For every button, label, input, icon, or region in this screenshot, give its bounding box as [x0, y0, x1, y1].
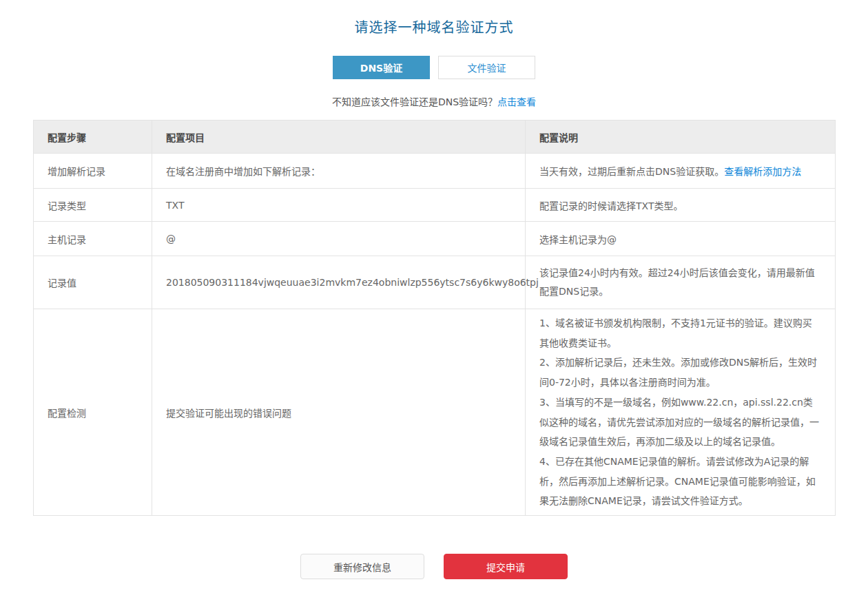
cell-item-host-record: @ — [152, 222, 526, 256]
cell-item-record-value: 201805090311184vjwqeuuae3i2mvkm7ez4obniw… — [152, 256, 526, 309]
config-check-note-1: 1、域名被证书颁发机构限制，不支持1元证书的验证。建议购买其他收费类证书。 — [539, 313, 821, 353]
submit-application-button[interactable]: 提交申请 — [444, 554, 568, 579]
cell-step-host-record: 主机记录 — [34, 222, 152, 256]
view-dns-add-method-link[interactable]: 查看解析添加方法 — [724, 166, 801, 177]
cell-step-record-value: 记录值 — [34, 256, 152, 309]
cell-desc-record-value: 该记录值24小时内有效。超过24小时后该值会变化，请用最新值配置DNS记录。 — [526, 256, 836, 309]
config-check-note-3: 3、当填写的不是一级域名，例如www.22.cn，api.ssl.22.cn类似… — [539, 393, 821, 452]
table-row-config-check: 配置检测 提交验证可能出现的错误问题 1、域名被证书颁发机构限制，不支持1元证书… — [34, 309, 836, 516]
cell-item-config-check: 提交验证可能出现的错误问题 — [152, 309, 526, 516]
help-view-link[interactable]: 点击查看 — [497, 96, 536, 107]
cell-step-add-record: 增加解析记录 — [34, 154, 152, 189]
cell-item-add-record: 在域名注册商中增加如下解析记录： — [152, 154, 526, 189]
page-title: 请选择一种域名验证方式 — [0, 17, 868, 37]
modify-info-button[interactable]: 重新修改信息 — [300, 554, 424, 579]
verification-method-tabs: DNS验证 文件验证 — [0, 56, 868, 79]
domain-verification-page: 请选择一种域名验证方式 DNS验证 文件验证 不知道应该文件验证还是DNS验证吗… — [0, 0, 868, 593]
cell-item-record-type: TXT — [152, 189, 526, 222]
config-check-note-2: 2、添加解析记录后，还未生效。添加或修改DNS解析后，生效时间0-72小时，具体… — [539, 353, 821, 392]
cell-step-record-type: 记录类型 — [34, 189, 152, 222]
tab-dns-verification[interactable]: DNS验证 — [333, 56, 430, 79]
verification-help-line: 不知道应该文件验证还是DNS验证吗？点击查看 — [0, 94, 868, 108]
cell-desc-record-type: 配置记录的时候请选择TXT类型。 — [526, 189, 836, 222]
help-question-text: 不知道应该文件验证还是DNS验证吗？ — [332, 96, 497, 107]
cell-desc-host-record: 选择主机记录为@ — [526, 222, 836, 256]
column-header-config-desc: 配置说明 — [526, 121, 836, 154]
desc-add-record-text: 当天有效，过期后重新点击DNS验证获取。 — [539, 166, 724, 177]
table-row-record-value: 记录值 201805090311184vjwqeuuae3i2mvkm7ez4o… — [34, 256, 836, 309]
column-header-config-step: 配置步骤 — [34, 121, 152, 154]
cell-step-config-check: 配置检测 — [34, 309, 152, 516]
tab-file-verification[interactable]: 文件验证 — [438, 56, 535, 79]
config-check-note-4: 4、已存在其他CNAME记录值的解析。请尝试修改为A记录的解析，然后再添加上述解… — [539, 452, 821, 511]
dns-config-table: 配置步骤 配置项目 配置说明 增加解析记录 在域名注册商中增加如下解析记录： 当… — [33, 120, 836, 516]
action-buttons: 重新修改信息 提交申请 — [0, 554, 868, 593]
table-header-row: 配置步骤 配置项目 配置说明 — [34, 121, 836, 154]
column-header-config-item: 配置项目 — [152, 121, 526, 154]
table-row-host-record: 主机记录 @ 选择主机记录为@ — [34, 222, 836, 256]
cell-desc-config-check: 1、域名被证书颁发机构限制，不支持1元证书的验证。建议购买其他收费类证书。 2、… — [526, 309, 836, 516]
table-row-add-dns-record: 增加解析记录 在域名注册商中增加如下解析记录： 当天有效，过期后重新点击DNS验… — [34, 154, 836, 189]
table-row-record-type: 记录类型 TXT 配置记录的时候请选择TXT类型。 — [34, 189, 836, 222]
cell-desc-add-record: 当天有效，过期后重新点击DNS验证获取。查看解析添加方法 — [526, 154, 836, 189]
